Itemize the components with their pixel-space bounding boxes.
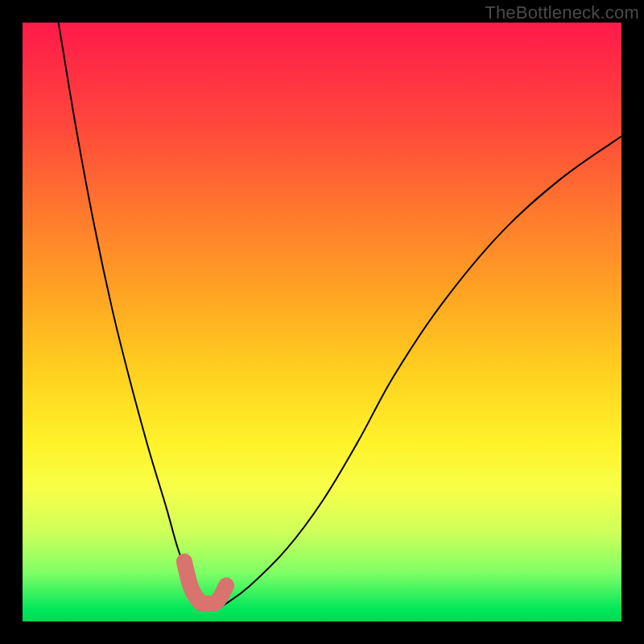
bottleneck-curve [59,23,621,609]
chart-frame: TheBottleneck.com [0,0,644,644]
watermark-text: TheBottleneck.com [485,2,639,23]
curve-svg [23,23,621,621]
plot-area [23,23,621,621]
optimal-zone-marker [184,562,226,605]
